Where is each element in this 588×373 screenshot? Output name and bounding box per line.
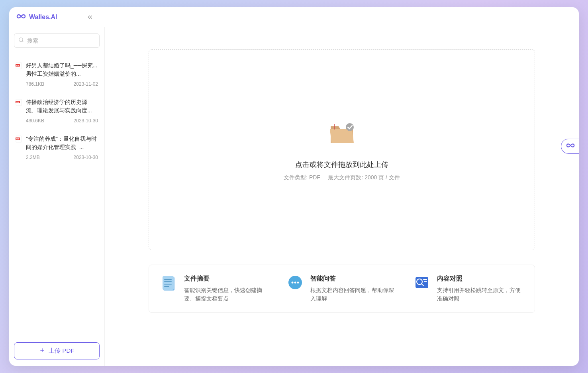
upload-drop-area[interactable]: 点击或将文件拖放到此处上传 文件类型: PDF 最大文件页数: 2000 页 /… <box>149 49 535 250</box>
search-icon <box>18 37 24 44</box>
feature-desc: 支持引用并轻松跳转至原文，方便准确对照 <box>437 286 523 303</box>
body: PDF 好男人都结婚了吗_──探究...男性工资婚姻溢价的... 786.1KB… <box>9 27 579 366</box>
collapse-sidebar-button[interactable] <box>86 14 94 21</box>
feature-title: 智能问答 <box>310 275 397 283</box>
file-info: 传播政治经济学的历史源流、理论发展与实践向度... 430.6KB 2023-1… <box>26 98 98 124</box>
document-icon <box>160 275 178 303</box>
app-container: Walles.AI <box>9 7 579 366</box>
svg-text:PDF: PDF <box>16 65 20 67</box>
file-title: 传播政治经济学的历史源流、理论发展与实践向度... <box>26 98 98 115</box>
app-name: Walles.AI <box>29 14 57 21</box>
search-input[interactable] <box>27 37 95 44</box>
svg-point-22 <box>292 282 294 284</box>
file-date: 2023-10-30 <box>74 155 98 160</box>
feature-cards: 文件摘要 智能识别关键信息，快速创建摘要、捕捉文档要点 <box>149 265 535 313</box>
svg-text:PDF: PDF <box>16 101 20 103</box>
file-meta: 2.2MB 2023-10-30 <box>26 155 98 160</box>
feature-title: 内容对照 <box>437 275 523 283</box>
svg-text:PDF: PDF <box>16 138 20 140</box>
svg-point-13 <box>346 123 354 131</box>
svg-line-1 <box>22 41 24 42</box>
file-item[interactable]: PDF "专注的养成"：量化自我与时间的媒介化管理实践_... 2.2MB 20… <box>14 129 100 166</box>
feature-text: 文件摘要 智能识别关键信息，快速创建摘要、捕捉文档要点 <box>184 275 270 303</box>
header: Walles.AI <box>9 7 579 27</box>
upload-pdf-button[interactable]: 上传 PDF <box>14 342 100 359</box>
side-tab-button[interactable] <box>561 139 579 154</box>
search-box[interactable] <box>14 33 100 48</box>
upload-button-label: 上传 PDF <box>49 347 74 355</box>
feature-desc: 智能识别关键信息，快速创建摘要、捕捉文档要点 <box>184 286 270 303</box>
feature-text: 智能问答 根据文档内容回答问题，帮助你深入理解 <box>310 275 397 303</box>
file-meta: 430.6KB 2023-10-30 <box>26 118 98 124</box>
file-size: 786.1KB <box>26 81 44 87</box>
pdf-icon: PDF <box>16 135 22 160</box>
infinity-icon <box>566 141 575 151</box>
feature-compare: 内容对照 支持引用并轻松跳转至原文，方便准确对照 <box>413 275 523 303</box>
svg-rect-16 <box>163 276 174 290</box>
file-list: PDF 好男人都结婚了吗_──探究...男性工资婚姻溢价的... 786.1KB… <box>14 56 100 342</box>
upload-prompt-text: 点击或将文件拖放到此处上传 <box>295 160 388 169</box>
compare-icon <box>413 275 431 303</box>
infinity-icon <box>16 12 26 23</box>
file-title: 好男人都结婚了吗_──探究...男性工资婚姻溢价的... <box>26 61 98 78</box>
pdf-icon: PDF <box>16 98 22 124</box>
svg-point-23 <box>294 282 296 284</box>
folder-upload-icon <box>327 118 357 160</box>
file-item[interactable]: PDF 好男人都结婚了吗_──探究...男性工资婚姻溢价的... 786.1KB… <box>14 56 100 92</box>
file-meta: 786.1KB 2023-11-02 <box>26 81 98 87</box>
file-info: 好男人都结婚了吗_──探究...男性工资婚姻溢价的... 786.1KB 202… <box>26 61 98 87</box>
feature-desc: 根据文档内容回答问题，帮助你深入理解 <box>310 286 397 303</box>
feature-text: 内容对照 支持引用并轻松跳转至原文，方便准确对照 <box>437 275 523 303</box>
file-info: "专注的养成"：量化自我与时间的媒介化管理实践_... 2.2MB 2023-1… <box>26 135 98 160</box>
upload-meta-text: 文件类型: PDF 最大文件页数: 2000 页 / 文件 <box>284 174 400 181</box>
feature-summary: 文件摘要 智能识别关键信息，快速创建摘要、捕捉文档要点 <box>160 275 270 303</box>
sidebar: PDF 好男人都结婚了吗_──探究...男性工资婚姻溢价的... 786.1KB… <box>9 27 105 366</box>
logo[interactable]: Walles.AI <box>16 12 57 23</box>
file-size: 2.2MB <box>26 155 40 160</box>
file-date: 2023-10-30 <box>74 118 98 124</box>
svg-point-0 <box>19 38 23 41</box>
main-content: 点击或将文件拖放到此处上传 文件类型: PDF 最大文件页数: 2000 页 /… <box>105 27 579 366</box>
file-date: 2023-11-02 <box>74 81 98 87</box>
pdf-icon: PDF <box>16 61 22 87</box>
chevrons-left-icon <box>86 14 94 21</box>
file-item[interactable]: PDF 传播政治经济学的历史源流、理论发展与实践向度... 430.6KB 20… <box>14 92 100 129</box>
svg-point-24 <box>297 282 299 284</box>
feature-title: 文件摘要 <box>184 275 270 283</box>
feature-qa: 智能问答 根据文档内容回答问题，帮助你深入理解 <box>286 275 397 303</box>
file-size: 430.6KB <box>26 118 44 124</box>
plus-icon <box>39 347 45 355</box>
chat-icon <box>286 275 304 303</box>
file-title: "专注的养成"：量化自我与时间的媒介化管理实践_... <box>26 135 98 151</box>
